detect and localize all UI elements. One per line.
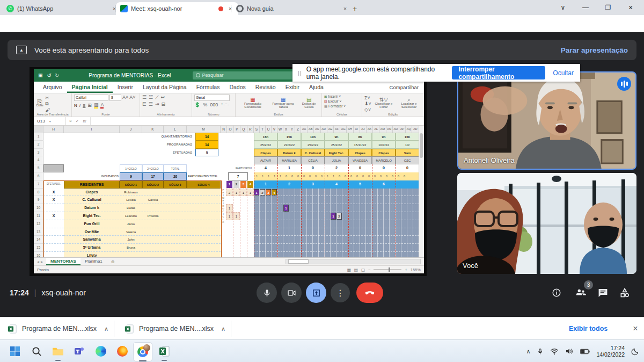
count-cell[interactable]: 1 bbox=[233, 212, 240, 220]
participation-marker[interactable]: 4 bbox=[272, 189, 277, 196]
flag-cell[interactable]: 0 bbox=[396, 172, 401, 180]
delete-cells-button[interactable]: ⊟ Excluir ˅ bbox=[324, 99, 341, 104]
show-all-downloads-button[interactable]: Exibir todos bbox=[569, 317, 608, 340]
info-button[interactable] bbox=[551, 287, 562, 299]
efetuado-cell[interactable] bbox=[43, 236, 64, 244]
session-cell[interactable]: 8h bbox=[348, 133, 372, 141]
summary-value[interactable]: 14 bbox=[195, 141, 218, 149]
vertical-scrollbar[interactable] bbox=[419, 126, 424, 257]
column-header[interactable]: I bbox=[64, 126, 120, 133]
participation-marker[interactable]: 2 bbox=[336, 213, 342, 220]
column-header[interactable]: W bbox=[277, 126, 283, 133]
session-cell[interactable]: 16h bbox=[396, 133, 419, 141]
chat-button[interactable] bbox=[597, 287, 609, 299]
participou-value[interactable]: 0 bbox=[348, 164, 372, 172]
participou-value[interactable]: 1 bbox=[277, 164, 301, 172]
align-top-icon[interactable]: ☰ bbox=[142, 95, 147, 100]
sheet-tab-mentorias[interactable]: MENTORIAS bbox=[46, 258, 80, 265]
socio-cell[interactable] bbox=[142, 252, 164, 257]
tab-meet[interactable]: Meet: xsq-ouah-nor × bbox=[116, 2, 238, 15]
row-header[interactable]: 14 bbox=[34, 236, 43, 244]
efetuado-cell[interactable] bbox=[43, 228, 64, 236]
session-cell[interactable]: Sam bbox=[396, 149, 419, 157]
page-break-icon[interactable]: ▢ bbox=[361, 267, 365, 272]
session-cell[interactable]: 25/2/22 bbox=[325, 141, 348, 149]
flag-cell[interactable]: 1 bbox=[331, 172, 336, 180]
column-header[interactable]: X bbox=[283, 126, 289, 133]
column-header[interactable]: L bbox=[164, 126, 187, 133]
horizontal-scrollbar[interactable] bbox=[286, 259, 421, 264]
flag-cell[interactable]: 1 bbox=[266, 172, 272, 180]
participantes-value[interactable]: 7 bbox=[228, 172, 248, 180]
participou-value[interactable]: 0 bbox=[301, 164, 325, 172]
column-header[interactable]: AM bbox=[379, 126, 386, 133]
efetuado-cell[interactable] bbox=[43, 244, 64, 252]
teams-button[interactable] bbox=[72, 344, 87, 359]
column-header[interactable]: AQ bbox=[406, 126, 412, 133]
socio-cell[interactable] bbox=[142, 189, 164, 197]
format-as-table-button[interactable]: ▦Formatar como Tabela bbox=[269, 98, 297, 109]
number-format-combo[interactable]: Geral bbox=[194, 95, 230, 101]
flag-cell[interactable]: 1 bbox=[260, 172, 266, 180]
sort-filter-button[interactable]: ⇅▽Classificar e Filtrar bbox=[373, 98, 394, 109]
save-icon[interactable]: ▣ bbox=[38, 73, 43, 78]
restore-button[interactable]: ❐ bbox=[600, 1, 616, 14]
participation-marker[interactable]: 1 bbox=[254, 189, 259, 196]
font-name-combo[interactable]: Calibri bbox=[74, 95, 108, 101]
chevron-up-icon[interactable]: ∧ bbox=[221, 325, 225, 332]
firefox-button[interactable] bbox=[115, 344, 130, 359]
excel-button[interactable] bbox=[157, 344, 172, 359]
font-color-icon[interactable]: A bbox=[100, 102, 104, 108]
hangup-button[interactable] bbox=[356, 283, 383, 303]
column-header[interactable]: U bbox=[266, 126, 272, 133]
start-button[interactable] bbox=[8, 344, 23, 359]
excel-search-box[interactable]: Pesquisar bbox=[193, 71, 298, 79]
tray-mic-icon[interactable] bbox=[537, 347, 544, 356]
row-header[interactable]: 15 bbox=[34, 244, 43, 252]
efetuado-cell[interactable] bbox=[43, 220, 64, 228]
format-cells-button[interactable]: ▦ Formatar ˅ bbox=[324, 104, 346, 108]
mic-button[interactable] bbox=[257, 283, 277, 303]
row-header[interactable]: 2 bbox=[34, 141, 43, 149]
insert-cells-button[interactable]: ⊞ Inserir ˅ bbox=[324, 95, 341, 99]
row-header[interactable]: 10 bbox=[34, 204, 43, 212]
incubados-value[interactable]: 17 bbox=[142, 172, 164, 180]
format-painter-icon[interactable]: 🖌 bbox=[45, 107, 50, 113]
row-header[interactable]: 12 bbox=[34, 220, 43, 228]
socio-cell[interactable]: Janio bbox=[120, 220, 142, 228]
session-cell[interactable]: 25/2/22 bbox=[254, 141, 277, 149]
count-cell[interactable]: 2 bbox=[226, 189, 233, 197]
scrollbar-thumb[interactable] bbox=[288, 259, 309, 264]
column-header[interactable]: O bbox=[227, 126, 233, 133]
row-header[interactable]: 13 bbox=[34, 228, 43, 236]
menu-tab-arquivo[interactable]: Arquivo bbox=[38, 82, 67, 93]
find-select-button[interactable]: ⌕Localizar e Selecionar bbox=[396, 98, 422, 109]
tray-clock[interactable]: 17:24 14/02/2022 bbox=[596, 345, 625, 358]
menu-tab-página-inicial[interactable]: Página Inicial bbox=[67, 82, 113, 93]
clear-icon[interactable]: ◇˅ bbox=[364, 107, 371, 112]
drag-grip-icon[interactable]: || bbox=[298, 70, 302, 76]
session-cell[interactable]: 25/2/22 bbox=[301, 141, 325, 149]
flag-cell[interactable]: 0 bbox=[307, 172, 313, 180]
efetuado-cell[interactable] bbox=[43, 252, 64, 257]
participation-marker[interactable]: 1 bbox=[283, 205, 289, 212]
session-cell[interactable]: 13/ bbox=[396, 141, 419, 149]
chrome-button-active[interactable] bbox=[133, 342, 152, 361]
wrap-text-icon[interactable]: ↩ bbox=[160, 95, 165, 100]
row-header[interactable]: 8 bbox=[34, 189, 43, 197]
column-header[interactable]: AB bbox=[308, 126, 314, 133]
align-middle-icon[interactable]: ☱ bbox=[149, 95, 153, 100]
download-item[interactable]: Programa de MEN....xlsx ∧ bbox=[125, 317, 225, 340]
percent-icon[interactable]: % bbox=[203, 102, 207, 107]
flag-cell[interactable]: 0 bbox=[289, 172, 295, 180]
socio-cell[interactable]: Robinson bbox=[120, 189, 142, 197]
menu-tab-inserir[interactable]: Inserir bbox=[113, 82, 138, 93]
more-options-button[interactable]: ⋮ bbox=[331, 283, 350, 302]
redo-icon[interactable]: ↻ bbox=[55, 73, 59, 78]
participation-marker[interactable]: 1 bbox=[331, 213, 336, 220]
flag-cell[interactable]: 0 bbox=[360, 172, 366, 180]
resident-name[interactable]: Ow Mãe bbox=[64, 228, 120, 236]
cut-icon[interactable]: ✂ bbox=[45, 95, 50, 100]
resident-name[interactable]: Fun Grill bbox=[64, 220, 120, 228]
count-cell[interactable]: 1 bbox=[226, 204, 233, 212]
